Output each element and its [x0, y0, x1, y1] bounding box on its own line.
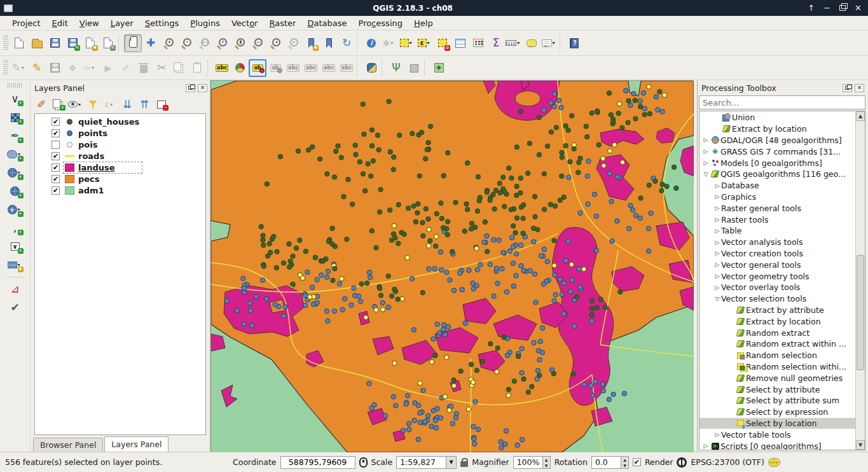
tree-item-vector-selection-tools[interactable]: ▽Vector selection tools	[699, 293, 855, 305]
tree-item-extract-by-attribute[interactable]: Extract by attribute	[699, 305, 855, 316]
dropdown-arrow-icon[interactable]: ▾	[110, 102, 115, 108]
collapse-all-button[interactable]: ⇈	[136, 97, 153, 112]
expander-icon[interactable]: ▷	[713, 239, 721, 246]
composer-manager-button[interactable]: ✎	[99, 34, 117, 52]
menu-help[interactable]: Help	[408, 17, 439, 30]
tree-item-union[interactable]: Union	[699, 112, 855, 123]
map-tips-button[interactable]	[523, 34, 541, 52]
expand-all-button[interactable]: ⇊	[119, 97, 135, 112]
expander-icon[interactable]: ▷	[713, 250, 721, 256]
python-console-button[interactable]	[362, 59, 380, 77]
minimize-icon[interactable]: −	[823, 4, 830, 12]
expander-icon[interactable]: ▷	[713, 273, 721, 279]
mouse-position-toggle-icon[interactable]	[359, 457, 368, 468]
menu-edit[interactable]: Edit	[46, 17, 74, 30]
help-contents-button[interactable]: ?	[565, 34, 583, 52]
zoom-in-button[interactable]: +	[160, 34, 177, 52]
add-vector-layer-button[interactable]: ∨+	[6, 90, 25, 108]
text-annotation-button[interactable]: ▾	[541, 34, 558, 52]
layer-diagram-options-button[interactable]	[231, 59, 249, 77]
tree-item-select-by-attribute-sum[interactable]: Select by attribute sum	[699, 395, 855, 406]
add-group-button[interactable]: +	[50, 97, 67, 112]
tree-item-vector-analysis-tools[interactable]: ▷Vector analysis tools	[699, 237, 855, 248]
tree-item-random-selection-withi[interactable]: Random selection withi...	[699, 361, 855, 373]
expander-icon[interactable]: ▽	[702, 171, 710, 177]
close-icon[interactable]: ✕	[855, 4, 862, 12]
tree-item-random-selection[interactable]: Random selection	[699, 350, 855, 361]
layer-labeling-options-button[interactable]: abc	[213, 59, 231, 77]
zoom-next-button[interactable]: ▸	[284, 34, 302, 52]
menu-vector[interactable]: Vector	[226, 17, 263, 30]
tree-item-select-by-attribute[interactable]: Select by attribute	[699, 384, 855, 395]
tree-item-qgis-geoalgorithms-116-geo[interactable]: ▽QGIS geoalgorithms [116 geo...	[699, 169, 855, 180]
grass-region-button[interactable]: ▧	[405, 59, 423, 77]
tab-layers-panel[interactable]: Layers Panel	[104, 436, 169, 452]
expander-icon[interactable]: ▷	[713, 228, 721, 234]
expander-icon[interactable]: ▷	[713, 205, 721, 211]
topology-tool-button[interactable]: ⊿	[6, 281, 25, 298]
layer-item-pois[interactable]: pois	[35, 139, 205, 150]
tree-item-vector-table-tools[interactable]: ▷Vector table tools	[699, 429, 855, 440]
dropdown-arrow-icon[interactable]: ▾	[553, 40, 558, 46]
menu-raster[interactable]: Raster	[263, 17, 301, 30]
save-project-as-button[interactable]: ✎	[64, 34, 81, 52]
coordinate-input[interactable]	[280, 456, 355, 469]
tree-item-select-by-expression[interactable]: Select by expression	[699, 406, 855, 418]
new-shapefile-layer-button[interactable]: ∨+	[6, 238, 25, 255]
highlight-pinned-labels-button[interactable]: ab	[266, 59, 284, 77]
refresh-map-button[interactable]: ↻	[338, 34, 355, 52]
close-panel-icon[interactable]: ✕	[198, 84, 207, 92]
statistical-summary-button[interactable]: Σ	[487, 34, 505, 52]
layer-item-quiet_houses[interactable]: ✔quiet_houses	[35, 116, 205, 127]
grass-tools-button[interactable]: Ψ	[387, 59, 405, 77]
filter-legend-button[interactable]	[85, 97, 101, 112]
add-wcs-layer-button[interactable]: +	[6, 183, 25, 200]
processing-toolbox-toggle-button[interactable]: ✚	[430, 59, 448, 77]
node-tool-button[interactable]: ✑▾	[81, 59, 99, 77]
layer-item-points[interactable]: ✔points	[35, 127, 205, 139]
add-delimited-text-layer-button[interactable]: ,+	[6, 219, 25, 237]
map-canvas[interactable]	[210, 80, 693, 452]
tree-item-raster-tools[interactable]: ▷Raster tools	[699, 214, 855, 225]
expander-icon[interactable]: ▷	[713, 261, 721, 268]
add-wms-layer-button[interactable]: +▾	[6, 164, 25, 181]
menu-plugins[interactable]: Plugins	[184, 17, 226, 30]
rotation-spinner[interactable]: 0.0 ▲▼	[591, 456, 629, 469]
run-feature-action-button[interactable]: ✱▾	[380, 34, 398, 52]
menu-processing[interactable]: Processing	[353, 17, 409, 30]
dropdown-arrow-icon[interactable]: ▾	[390, 40, 396, 46]
tree-item-grass-gis-7-commands-31[interactable]: ▷❋GRASS GIS 7 commands [31...	[699, 146, 855, 157]
tree-item-vector-overlay-tools[interactable]: ▷Vector overlay tools	[699, 282, 855, 293]
tree-item-extract-by-location[interactable]: Extract by location	[699, 123, 855, 135]
new-print-composer-button[interactable]: ✱	[81, 34, 99, 52]
zoom-out-button[interactable]: −	[177, 34, 195, 52]
open-attribute-table-button[interactable]	[451, 34, 469, 52]
scale-dropdown-icon[interactable]: ▼	[446, 456, 457, 469]
layer-item-pecs[interactable]: ✔pecs	[35, 173, 205, 184]
expander-icon[interactable]: ▷	[713, 284, 721, 291]
float-panel-icon[interactable]	[843, 84, 852, 92]
tree-item-models-0-geoalgorithms[interactable]: ▷Models [0 geoalgorithms]	[699, 157, 855, 169]
add-raster-layer-button[interactable]: +	[6, 109, 25, 126]
rotate-label-button[interactable]: abc	[320, 59, 338, 77]
layer-visibility-checkbox[interactable]: ✔	[52, 152, 60, 160]
scale-combo[interactable]: 1:59,827 ▼	[396, 456, 457, 469]
new-bookmark-button[interactable]: ✱	[302, 34, 320, 52]
tree-item-random-extract-within[interactable]: Random extract within ...	[699, 338, 855, 350]
zoom-to-selection-button[interactable]: ▮	[231, 34, 249, 52]
add-postgis-layer-button[interactable]: +▾	[6, 146, 25, 163]
scroll-down-icon[interactable]: ▼	[856, 440, 865, 450]
tree-scrollbar[interactable]: ▲ ▼	[855, 111, 865, 450]
expander-icon[interactable]: ▷	[702, 137, 710, 143]
expander-icon[interactable]: ▷	[713, 431, 721, 438]
tree-item-vector-creation-tools[interactable]: ▷Vector creation tools	[699, 248, 855, 260]
new-project-button[interactable]	[10, 34, 28, 52]
tree-item-gdal-ogr-48-geoalgorithms[interactable]: ▷GDAL/OGR [48 geoalgorithms]	[699, 135, 855, 146]
check-geometries-button[interactable]: ✔	[6, 299, 25, 316]
layer-item-adm1[interactable]: ✔adm1	[35, 184, 205, 196]
algorithm-search-input[interactable]	[699, 95, 865, 109]
open-layer-styling-dock-button[interactable]: ✐	[33, 97, 50, 112]
layer-visibility-checkbox[interactable]: ✔	[52, 163, 60, 172]
add-feature-button[interactable]: ❖	[64, 59, 81, 77]
move-feature-button[interactable]: ▶	[99, 59, 117, 77]
